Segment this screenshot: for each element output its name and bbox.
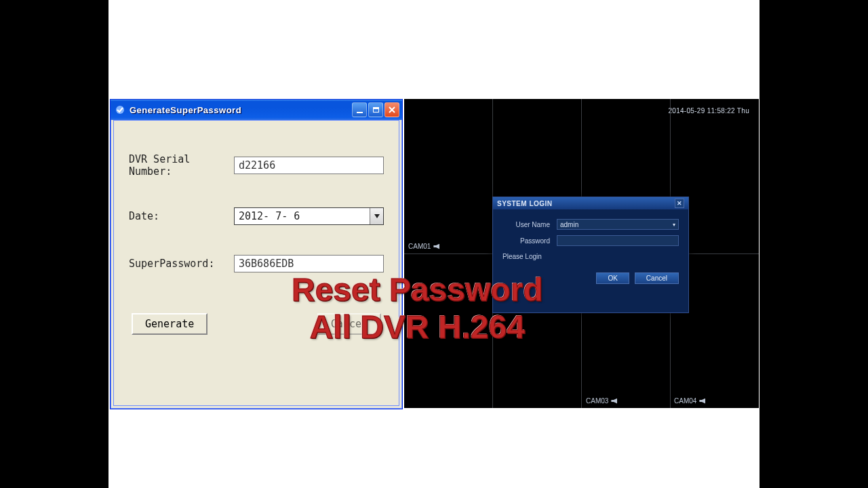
password-label: Password (502, 237, 557, 245)
login-close-button[interactable]: ✕ (675, 199, 684, 208)
password-input[interactable] (557, 235, 679, 246)
login-cancel-button[interactable]: Cancel (635, 272, 679, 284)
dvr-screen: 2014-05-29 11:58:22 Thu CAM01 CAM02 CAM0… (404, 99, 759, 408)
cam-label-4: CAM04 (674, 397, 705, 405)
please-login-text: Please Login (502, 253, 679, 260)
svg-point-0 (116, 106, 124, 114)
cancel-button[interactable]: Cancel (317, 313, 381, 335)
date-value: 2012- 7- 6 (235, 210, 370, 222)
serial-label: DVR Serial Number: (129, 153, 234, 178)
cam-label-1: CAM01 (408, 243, 439, 250)
date-dropdown[interactable]: 2012- 7- 6 (234, 207, 384, 225)
app-icon (115, 104, 125, 115)
window-title: GenerateSuperPassword (130, 105, 351, 115)
login-titlebar[interactable]: SYSTEM LOGIN ✕ (493, 197, 688, 209)
login-ok-button[interactable]: OK (596, 272, 629, 284)
username-select[interactable]: admin ▾ (557, 219, 679, 230)
super-password-input[interactable] (234, 255, 384, 272)
dvr-timestamp: 2014-05-29 11:58:22 Thu (668, 107, 749, 115)
close-button[interactable] (384, 102, 399, 117)
login-title-text: SYSTEM LOGIN (497, 200, 553, 207)
username-value: admin (560, 221, 578, 228)
window-body: DVR Serial Number: Date: 2012- 7- 6 Supe… (113, 120, 399, 406)
serial-input[interactable] (234, 157, 384, 174)
chevron-down-icon[interactable] (370, 208, 383, 224)
window-titlebar[interactable]: GenerateSuperPassword (111, 100, 402, 120)
cam-label-3: CAM03 (586, 397, 617, 405)
generate-button[interactable]: Generate (132, 313, 208, 335)
maximize-button[interactable] (368, 102, 383, 117)
date-label: Date: (129, 210, 234, 222)
chevron-down-icon: ▾ (673, 222, 675, 228)
minimize-button[interactable] (352, 102, 367, 117)
username-label: User Name (502, 221, 557, 228)
generate-super-password-window: GenerateSuperPassword DVR Serial Number:… (110, 99, 403, 409)
speaker-icon (699, 399, 705, 404)
super-password-label: SuperPassword: (129, 258, 234, 270)
system-login-dialog: SYSTEM LOGIN ✕ User Name admin ▾ Passwor… (492, 197, 689, 313)
speaker-icon (433, 244, 439, 249)
speaker-icon (611, 399, 617, 404)
